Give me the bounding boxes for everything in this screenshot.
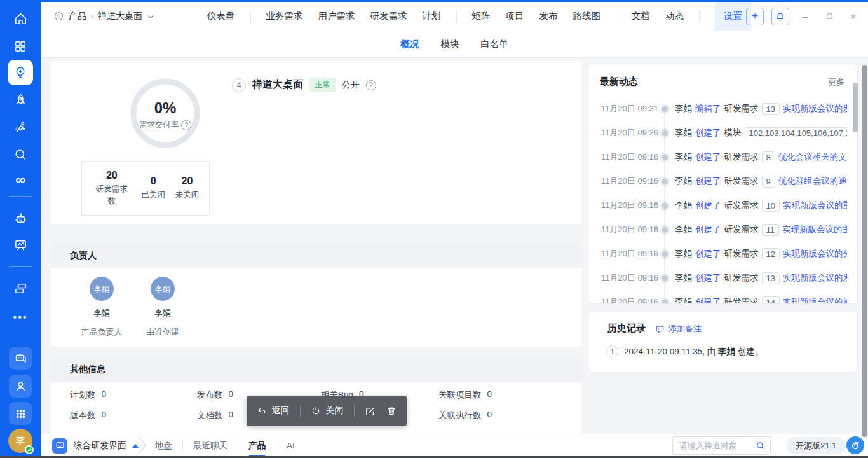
history-text: 2024-11-20 09:11:35, 由 李娟 创建。 [624, 346, 763, 357]
activity-title-link[interactable]: 实现新版会议的分享 [783, 248, 847, 260]
tab-whitelist[interactable]: 白名单 [480, 38, 508, 50]
activity-user[interactable]: 李娟 [675, 176, 692, 187]
nav-matrix[interactable]: 矩阵 [472, 10, 491, 22]
toolbar-divider [300, 405, 301, 417]
activity-user[interactable]: 李娟 [675, 151, 692, 163]
toolbar-divider [354, 405, 355, 417]
board-icon[interactable] [8, 234, 33, 256]
nav-divider [456, 11, 457, 22]
owner-role: 由谁创建 [132, 326, 193, 338]
breadcrumb-separator: › [91, 11, 93, 21]
activity-title-link[interactable]: 实现新版会议的发起 [783, 272, 847, 284]
activity-title-link[interactable]: 实现新版会议的发起 [783, 103, 847, 114]
delivery-rate-value: 0% [128, 99, 202, 117]
activity-id-badge: 12 [762, 248, 780, 260]
lightbulb-icon[interactable] [8, 60, 33, 85]
avatar[interactable]: 李娟 [151, 277, 175, 301]
timeline-dot [662, 227, 668, 233]
close-icon[interactable]: × [845, 8, 862, 25]
stack-icon[interactable] [8, 277, 33, 299]
tab-overview[interactable]: 概况 [400, 38, 419, 50]
activity-user[interactable]: 李娟 [675, 127, 692, 139]
bottom-item-recent-chat[interactable]: 最近聊天 [193, 440, 227, 452]
nav-release[interactable]: 发布 [539, 10, 558, 22]
activity-scrollbar[interactable] [853, 83, 858, 132]
activity-user[interactable]: 李娟 [675, 296, 692, 304]
user-icon[interactable] [9, 375, 32, 398]
maximize-icon[interactable] [821, 8, 837, 25]
activity-user[interactable]: 李娟 [675, 224, 692, 235]
search-input[interactable] [673, 437, 748, 454]
activity-action: 创建了 [695, 272, 721, 284]
power-icon [311, 406, 321, 416]
more-dots-icon[interactable]: ••• [8, 307, 33, 328]
back-button[interactable]: 返回 [257, 405, 289, 417]
workspace-switcher[interactable]: 综合研发界面 [52, 434, 139, 457]
delete-button[interactable] [386, 406, 397, 416]
avatar[interactable]: 李娟 [90, 277, 114, 301]
infinity-icon[interactable]: ∞ [8, 169, 33, 191]
search-icon[interactable] [8, 144, 33, 165]
nav-dashboard[interactable]: 仪表盘 [207, 10, 235, 22]
search-box [672, 436, 771, 455]
nav-doc[interactable]: 文档 [632, 10, 650, 22]
nav-user-story[interactable]: 用户需求 [318, 10, 355, 22]
runner-icon[interactable] [8, 116, 33, 138]
plus-button[interactable]: + [746, 8, 764, 25]
activity-user[interactable]: 李娟 [675, 272, 692, 284]
version-badge[interactable]: 开源版21.1 [787, 437, 845, 454]
chat-icon[interactable] [9, 347, 32, 370]
activity-object: 研发需求 [724, 103, 759, 114]
add-note-link[interactable]: 添加备注 [655, 323, 702, 335]
nav-project[interactable]: 项目 [506, 10, 524, 22]
notification-button[interactable] [771, 8, 789, 25]
home-icon[interactable] [8, 8, 33, 29]
minimize-icon[interactable]: – [797, 8, 813, 25]
grid-dots-icon[interactable] [9, 402, 32, 425]
close-product-button[interactable]: 关闭 [311, 405, 343, 417]
help-icon[interactable]: ? [181, 120, 191, 130]
search-icon[interactable] [756, 441, 765, 453]
activity-id-badge: 10 [762, 200, 780, 212]
nav-dev-story[interactable]: 研发需求 [370, 10, 407, 22]
bottom-item-ai[interactable]: AI [287, 441, 295, 450]
activity-row: 11月20日 09:16 李娟创建了研发需求13实现新版会议的发起 [588, 266, 858, 290]
activity-text: 李娟编辑了研发需求13实现新版会议的发起 [675, 103, 847, 115]
robot-icon[interactable] [8, 207, 33, 229]
activity-title-link[interactable]: 优化群组会议的通知 [778, 176, 847, 187]
apps-icon[interactable] [8, 36, 33, 57]
bottom-item-product[interactable]: 产品 [248, 440, 266, 452]
edit-button[interactable] [365, 406, 376, 417]
activity-object: 研发需求 [724, 224, 759, 235]
owner-role: 产品负责人 [71, 326, 132, 338]
activity-user[interactable]: 李娟 [675, 103, 692, 114]
edit-icon [365, 406, 376, 417]
nav-dynamic[interactable]: 动态 [665, 10, 684, 22]
chevron-down-icon[interactable] [147, 13, 154, 20]
more-link[interactable]: 更多 [828, 76, 844, 88]
activity-user[interactable]: 李娟 [675, 248, 692, 260]
topbar: 产品 › 禅道大桌面 仪表盘 业务需求 用户需求 研发需求 计划 矩阵 项目 发… [41, 2, 868, 31]
nav-roadmap[interactable]: 路线图 [573, 10, 601, 22]
activity-title-link[interactable]: 优化会议相关的文档 [778, 151, 847, 163]
breadcrumb-current[interactable]: 禅道大桌面 [98, 11, 142, 22]
zentao-logo-icon[interactable] [846, 436, 864, 454]
help-icon[interactable]: ? [366, 80, 376, 90]
bottom-item-turf[interactable]: 地盘 [155, 440, 172, 452]
activity-title-link[interactable]: 实现新版会议的重构 [783, 200, 847, 211]
tab-module[interactable]: 模块 [440, 38, 459, 50]
activity-user[interactable]: 李娟 [675, 200, 692, 211]
rocket-icon[interactable] [8, 89, 33, 111]
nav-biz-story[interactable]: 业务需求 [266, 10, 303, 22]
avatar[interactable]: 李 [8, 429, 32, 453]
timeline-dot [662, 275, 668, 281]
activity-time: 11月20日 09:16 [600, 151, 658, 163]
activity-title-link[interactable]: 实现新版会议的通知 [783, 296, 847, 304]
activity-row: 11月20日 09:16 李娟创建了研发需求8优化会议相关的文档 [588, 145, 858, 169]
activity-text: 李娟创建了研发需求8优化会议相关的文档 [675, 151, 847, 163]
timeline-dot [662, 300, 668, 305]
activity-title-link[interactable]: 实现新版会议的主持 [782, 224, 847, 235]
breadcrumb-section[interactable]: 产品 [69, 11, 86, 22]
nav-plan[interactable]: 计划 [423, 10, 441, 22]
page-scrollbar[interactable] [862, 65, 867, 437]
